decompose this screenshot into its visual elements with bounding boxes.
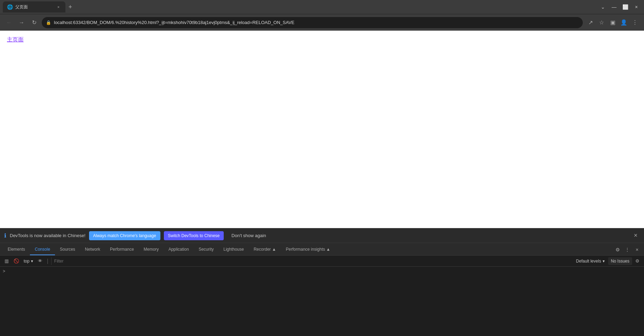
tab-recorder[interactable]: Recorder ▲	[249, 244, 281, 255]
devtools-panel: ℹ DevTools is now available in Chinese! …	[0, 228, 644, 336]
bookmark-button[interactable]: ☆	[597, 18, 606, 28]
window-controls: ⌄ — ⬜ ×	[598, 2, 641, 12]
console-settings-button[interactable]: ⚙	[634, 257, 641, 265]
info-icon: ℹ	[4, 232, 6, 239]
new-tab-button[interactable]: +	[65, 2, 75, 12]
tab-security[interactable]: Security	[194, 244, 218, 255]
context-label: top	[24, 259, 30, 264]
tab-close-button[interactable]: ×	[56, 4, 61, 10]
devtools-tab-actions: ⚙ ⋮ ×	[613, 245, 641, 255]
console-output[interactable]: >	[0, 267, 644, 336]
reader-button[interactable]: ▣	[608, 18, 618, 28]
tab-sources[interactable]: Sources	[55, 244, 80, 255]
devtools-tab-bar: Elements Console Sources Network Perform…	[0, 243, 644, 256]
dont-show-again-button[interactable]: Don't show again	[227, 231, 270, 240]
context-arrow-icon: ▾	[31, 259, 33, 264]
maximize-button[interactable]: ⬜	[620, 2, 630, 12]
console-toolbar: ▥ 🚫 top ▾ 👁 | Default levels ▾ No Issues…	[0, 256, 644, 267]
tab-network[interactable]: Network	[80, 244, 105, 255]
console-clear-button[interactable]: 🚫	[13, 257, 20, 265]
notification-banner: ℹ DevTools is now available in Chinese! …	[0, 228, 644, 243]
console-context-selector[interactable]: top ▾	[22, 258, 34, 264]
close-button[interactable]: ×	[631, 2, 641, 12]
address-bar[interactable]: 🔒 localhost:63342/BOM_DOM/6.%20history%2…	[42, 17, 583, 28]
url-display: localhost:63342/BOM_DOM/6.%20history%20.…	[54, 20, 579, 25]
tab-performance[interactable]: Performance	[105, 244, 139, 255]
minimize-button[interactable]: —	[609, 2, 619, 12]
tab-elements[interactable]: Elements	[3, 244, 30, 255]
active-tab[interactable]: 🌐 父页面 ×	[3, 1, 65, 13]
devtools-more-button[interactable]: ⋮	[623, 245, 631, 254]
title-bar: 🌐 父页面 × + ⌄ — ⬜ ×	[0, 0, 644, 14]
default-levels-label: Default levels	[576, 259, 601, 264]
tab-favicon: 🌐	[7, 4, 13, 10]
levels-arrow-icon: ▾	[603, 259, 605, 264]
share-button[interactable]: ↗	[586, 18, 595, 28]
console-chevron-icon: >	[3, 269, 5, 274]
profile-button[interactable]: 👤	[619, 18, 629, 28]
console-levels: Default levels ▾ No Issues ⚙	[574, 257, 641, 265]
tab-console[interactable]: Console	[30, 244, 55, 255]
tab-strip: 🌐 父页面 × +	[3, 0, 597, 14]
no-issues-button[interactable]: No Issues	[608, 257, 632, 265]
console-filter-input[interactable]	[51, 257, 572, 265]
page-main-link[interactable]: 主页面	[0, 31, 31, 49]
back-button[interactable]: ←	[4, 18, 14, 28]
page-content: 主页面	[0, 31, 644, 228]
reload-button[interactable]: ↻	[29, 18, 39, 28]
console-prompt-line: >	[0, 268, 644, 274]
menu-button[interactable]: ⋮	[630, 18, 640, 28]
browser-window: 🌐 父页面 × + ⌄ — ⬜ × ← → ↻ 🔒 localhost:6334…	[0, 0, 644, 336]
notification-close-button[interactable]: ×	[631, 232, 640, 240]
tab-performance-insights[interactable]: Performance insights ▲	[281, 244, 335, 255]
console-eye-button[interactable]: 👁	[37, 257, 44, 265]
always-match-language-button[interactable]: Always match Chrome's language	[89, 231, 160, 240]
switch-to-chinese-button[interactable]: Switch DevTools to Chinese	[164, 231, 224, 240]
console-divider: |	[47, 258, 48, 264]
console-sidebar-button[interactable]: ▥	[3, 257, 10, 265]
lock-icon: 🔒	[46, 20, 51, 25]
tab-lighthouse[interactable]: Lighthouse	[218, 244, 249, 255]
devtools-settings-button[interactable]: ⚙	[613, 245, 622, 254]
devtools-close-button[interactable]: ×	[633, 245, 641, 254]
default-levels-button[interactable]: Default levels ▾	[574, 258, 607, 264]
notification-message: DevTools is now available in Chinese!	[10, 233, 86, 238]
toolbar-actions: ↗ ☆ ▣ 👤 ⋮	[586, 18, 640, 28]
forward-button[interactable]: →	[17, 18, 26, 28]
tab-application[interactable]: Application	[164, 244, 194, 255]
tab-title: 父页面	[15, 4, 53, 10]
browser-toolbar: ← → ↻ 🔒 localhost:63342/BOM_DOM/6.%20his…	[0, 14, 644, 31]
tab-memory[interactable]: Memory	[139, 244, 164, 255]
dropdown-button[interactable]: ⌄	[598, 2, 608, 12]
